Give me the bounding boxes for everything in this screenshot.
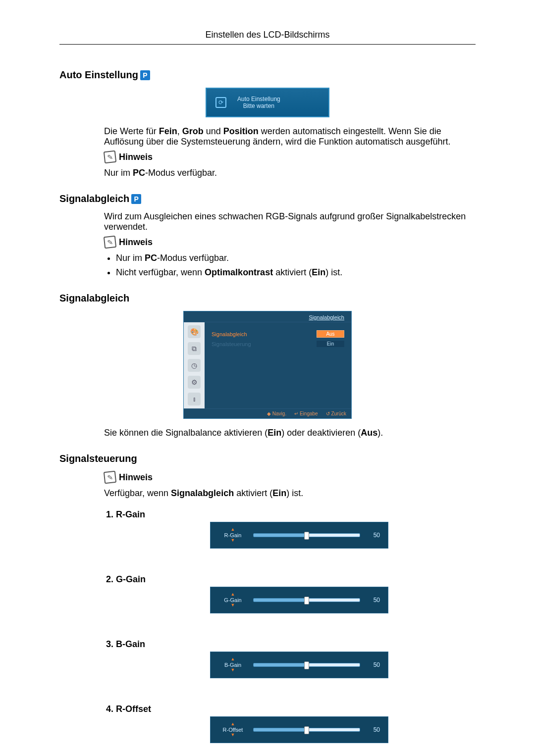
- auto-box-line2: Bitte warten: [237, 102, 280, 109]
- slider-track: [253, 728, 360, 732]
- text-bold: Ein: [272, 488, 286, 498]
- note-label: Hinweis: [119, 472, 153, 483]
- slider-label: ▲B-Gain▼: [218, 657, 247, 673]
- osd-title: Signalabgleich: [184, 311, 351, 322]
- arrow-up-icon: ▲: [218, 527, 247, 532]
- slider-thumb: [304, 661, 309, 669]
- arrow-down-icon: ▼: [218, 668, 247, 673]
- slider-osd: ▲R-Gain▼50: [210, 522, 388, 549]
- text: Nicht verfügbar, wenn: [116, 267, 205, 277]
- signalsteuerung-note: Verfügbar, wenn Signalabgleich aktiviert…: [104, 488, 476, 499]
- slider-thumb: [304, 726, 309, 734]
- text: Die Werte für: [104, 126, 159, 136]
- text: aktiviert (: [273, 267, 312, 277]
- text: -Modus verfügbar.: [157, 253, 229, 263]
- page-title: Einstellen des LCD-Bildschirms: [59, 30, 476, 45]
- bullet-item: Nur im PC-Modus verfügbar.: [116, 253, 476, 263]
- text: aktiviert (: [234, 488, 272, 498]
- refresh-icon: ⟳: [215, 97, 226, 108]
- osd-footer-navig: ◆ Navig.: [267, 411, 286, 416]
- gain-list-item: G-Gain▲G-Gain▼50: [116, 574, 476, 613]
- note-label: Hinweis: [119, 237, 153, 248]
- auto-pc-note: Nur im PC-Modus verfügbar.: [104, 168, 476, 178]
- note-label: Hinweis: [119, 152, 153, 162]
- section-heading-signalsteuerung: Signalsteuerung: [59, 453, 476, 464]
- text: Nur im: [116, 253, 145, 263]
- clock-icon: ◷: [188, 359, 201, 372]
- slider-value: 50: [366, 726, 380, 733]
- osd-footer-zurueck: ↺ Zurück: [326, 411, 346, 416]
- arrow-down-icon: ▼: [218, 603, 247, 608]
- section-heading-signalabgleich-1: Signalabgleich P: [59, 193, 476, 204]
- osd-footer-eingabe: ↵ Eingabe: [294, 411, 318, 416]
- slider-track: [253, 533, 360, 537]
- arrow-up-icon: ▲: [218, 592, 247, 597]
- gear-icon: ⚙: [188, 376, 201, 389]
- gain-list-item: R-Gain▲R-Gain▼50: [116, 509, 476, 549]
- slider-thumb: [304, 532, 309, 540]
- slider-osd: ▲B-Gain▼50: [210, 652, 388, 678]
- osd-footer: ◆ Navig. ↵ Eingabe ↺ Zurück: [184, 408, 351, 418]
- text-bold: Signalabgleich: [171, 488, 234, 498]
- slider-track: [253, 598, 360, 602]
- text-bold: Ein: [268, 428, 281, 438]
- auto-einstellung-osd: ⟳ Auto Einstellung Bitte warten: [206, 88, 329, 117]
- osd-row-signalabgleich: Signalabgleich: [212, 331, 247, 337]
- arrow-up-icon: ▲: [218, 657, 247, 662]
- slider-value: 50: [366, 532, 380, 539]
- auto-box-line1: Auto Einstellung: [237, 96, 280, 102]
- text: ) ist.: [325, 267, 342, 277]
- picture-icon: ⧉: [188, 342, 201, 355]
- osd-option-aus: Aus: [317, 330, 344, 338]
- osd-option-ein: Ein: [317, 341, 344, 347]
- gain-list-item: B-Gain▲B-Gain▼50: [116, 639, 476, 678]
- slider-osd: ▲G-Gain▼50: [210, 587, 388, 613]
- section-heading-signalabgleich-2: Signalabgleich: [59, 293, 476, 304]
- auto-paragraph: Die Werte für Fein, Grob und Position we…: [104, 126, 476, 147]
- slider-value: 50: [366, 597, 380, 604]
- section-heading-auto: Auto Einstellung P: [59, 69, 476, 81]
- note-icon: ✎: [104, 151, 116, 163]
- arrow-down-icon: ▼: [218, 538, 247, 543]
- text: ,: [177, 126, 182, 136]
- text-bold: Grob: [182, 126, 204, 136]
- gain-item-label: G-Gain: [116, 574, 146, 584]
- text: Sie können die Signalbalance aktivieren …: [104, 428, 268, 438]
- text-bold: Aus: [361, 428, 377, 438]
- gain-list-item: R-Offset▲R-Offset▼50: [116, 704, 476, 743]
- text: ) oder deaktivieren (: [281, 428, 361, 438]
- text: -Modus verfügbar.: [145, 168, 217, 178]
- text-bold: PC: [145, 253, 157, 263]
- text-bold: Fein: [159, 126, 177, 136]
- gain-item-label: R-Offset: [116, 704, 151, 714]
- chart-icon: ⫾: [188, 393, 201, 405]
- signalabgleich-desc: Wird zum Ausgleichen eines schwachen RGB…: [104, 211, 476, 232]
- text: und: [204, 126, 223, 136]
- slider-thumb: [304, 597, 309, 605]
- gain-item-label: R-Gain: [116, 509, 145, 519]
- palette-icon: 🎨: [188, 325, 201, 338]
- heading-text: Signalsteuerung: [59, 453, 137, 464]
- text-bold: PC: [133, 168, 145, 178]
- note-icon: ✎: [104, 471, 116, 484]
- gain-item-label: B-Gain: [116, 639, 145, 649]
- text-bold: Position: [223, 126, 259, 136]
- text: Verfügbar, wenn: [104, 488, 171, 498]
- slider-track: [253, 663, 360, 667]
- heading-text: Signalabgleich: [59, 293, 129, 304]
- signalbalance-paragraph: Sie können die Signalbalance aktivieren …: [104, 428, 476, 438]
- note-icon: ✎: [104, 236, 116, 249]
- p-badge-icon: P: [140, 70, 150, 80]
- signalabgleich-osd-menu: Signalabgleich 🎨 ⧉ ◷ ⚙ ⫾ Signalabgleich …: [183, 311, 352, 419]
- arrow-down-icon: ▼: [218, 733, 247, 738]
- osd-row-signalsteuerung: Signalsteuerung: [212, 341, 251, 347]
- bullet-item: Nicht verfügbar, wenn Optimalkontrast ak…: [116, 267, 476, 278]
- text: ) ist.: [286, 488, 303, 498]
- text-bold: Optimalkontrast: [205, 267, 273, 277]
- p-badge-icon: P: [131, 194, 141, 204]
- heading-text: Signalabgleich: [59, 193, 129, 204]
- text-bold: Ein: [312, 267, 325, 277]
- slider-label: ▲R-Offset▼: [218, 722, 247, 738]
- slider-label: ▲R-Gain▼: [218, 527, 247, 543]
- text: ).: [377, 428, 383, 438]
